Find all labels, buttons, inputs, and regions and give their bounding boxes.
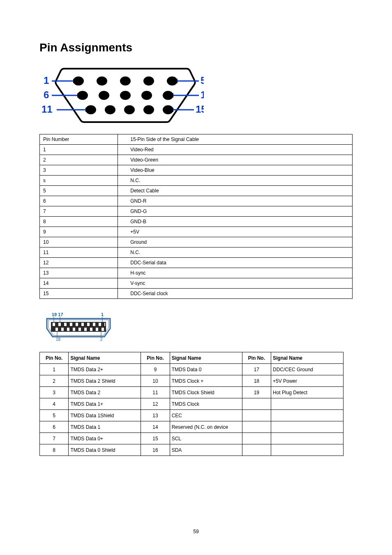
svg-rect-39 — [61, 328, 64, 331]
table-row: 2TMDS Data 2 Shield10TMDS Clock +18+5V P… — [40, 375, 344, 387]
table-row: 1TMDS Data 2+9TMDS Data 017DDC/CEC Groun… — [40, 364, 344, 375]
pin-cell: 14 — [40, 278, 118, 289]
pin-cell: 6 — [40, 421, 69, 433]
signal-cell: V-sync — [118, 278, 353, 289]
signal-cell: SDA — [170, 444, 242, 456]
table-row: 14V-sync — [40, 278, 353, 289]
signal-cell: N.C. — [118, 176, 353, 186]
table-row: 13H-sync — [40, 268, 353, 278]
svg-rect-35 — [93, 323, 95, 326]
pin-cell — [242, 410, 271, 421]
signal-cell: TMDS Data 1Shield — [69, 410, 141, 421]
table-row: 7TMDS Data 0+15SCL — [40, 433, 344, 444]
signal-cell: GND-B — [118, 217, 353, 227]
pin-cell: 1 — [40, 364, 69, 375]
signal-cell: GND-G — [118, 206, 353, 217]
pin-cell — [242, 433, 271, 444]
svg-point-2 — [97, 76, 107, 86]
hdmi-label-bottomleft: 18 — [56, 337, 61, 342]
table-row: 3Video-Blue — [40, 165, 353, 176]
table-header: Pin No. — [242, 352, 271, 364]
svg-rect-46 — [101, 328, 104, 331]
svg-rect-44 — [90, 328, 92, 331]
pin-cell: 11 — [40, 247, 118, 258]
signal-cell — [271, 444, 344, 456]
pin-cell: 13 — [141, 410, 170, 421]
vga-label-10: 10 — [201, 89, 204, 100]
pin-cell — [242, 444, 271, 456]
hdmi-pin-table: Pin No. Signal Name Pin No. Signal Name … — [39, 352, 344, 456]
table-row: 10Ground — [40, 237, 353, 247]
pin-cell: 3 — [40, 387, 69, 398]
signal-cell: H-sync — [118, 268, 353, 278]
table-header-signal: 15-Pin Side of the Signal Cable — [118, 134, 353, 145]
table-row: 6GND-R — [40, 196, 353, 206]
table-row: Pin Number 15-Pin Side of the Signal Cab… — [40, 134, 353, 145]
pin-cell: 10 — [40, 237, 118, 247]
svg-rect-31 — [70, 323, 72, 326]
table-row: 7GND-G — [40, 206, 353, 217]
svg-rect-28 — [53, 323, 55, 326]
signal-cell: TMDS Clock — [170, 398, 242, 410]
pin-cell: 10 — [141, 375, 170, 387]
hdmi-label-bottomright: 2 — [100, 337, 103, 342]
svg-rect-8 — [77, 93, 81, 97]
table-row: 11N.C. — [40, 247, 353, 258]
signal-cell: DDC-Serial data — [118, 258, 353, 268]
svg-rect-42 — [78, 328, 81, 331]
svg-rect-32 — [76, 323, 78, 326]
vga-label-11: 11 — [42, 104, 53, 115]
pin-cell: 17 — [242, 364, 271, 375]
table-row: 8GND-B — [40, 217, 353, 227]
signal-cell: GND-R — [118, 196, 353, 206]
signal-cell: TMDS Data 2 — [69, 387, 141, 398]
pin-cell — [242, 421, 271, 433]
svg-point-3 — [120, 76, 131, 86]
svg-point-18 — [143, 105, 154, 114]
signal-cell: TMDS Clock + — [170, 375, 242, 387]
table-row: 2Video-Green — [40, 155, 353, 165]
page-number: 59 — [0, 529, 392, 534]
table-row: 6TMDS Data 114Reserved (N.C. on device — [40, 421, 344, 433]
signal-cell: +5V — [118, 227, 353, 237]
svg-rect-33 — [81, 323, 84, 326]
pin-cell: 19 — [242, 387, 271, 398]
table-row: 8TMDS Data 0 Shield16SDA — [40, 444, 344, 456]
vga-label-15: 15 — [196, 104, 204, 115]
svg-rect-29 — [58, 323, 61, 326]
svg-rect-36 — [99, 323, 101, 326]
svg-rect-13 — [170, 93, 173, 97]
svg-rect-6 — [174, 79, 178, 83]
signal-cell: TMDS Data 2 Shield — [69, 375, 141, 387]
svg-rect-15 — [85, 108, 89, 112]
table-row: 4TMDS Data 1+12TMDS Clock — [40, 398, 344, 410]
pin-cell: 15 — [40, 289, 118, 299]
table-row: 5TMDS Data 1Shield13CEC — [40, 410, 344, 421]
signal-cell: TMDS Data 2+ — [69, 364, 141, 375]
signal-cell: TMDS Clock Shield — [170, 387, 242, 398]
signal-cell: Hot Plug Detect — [271, 387, 344, 398]
vga-connector-diagram: 1 6 11 5 10 15 — [39, 62, 353, 126]
signal-cell: Video-Red — [118, 145, 353, 155]
signal-cell: Ground — [118, 237, 353, 247]
signal-cell: DDC-Serial clock — [118, 289, 353, 299]
table-header: Signal Name — [271, 352, 344, 364]
pin-cell: 13 — [40, 268, 118, 278]
svg-point-4 — [143, 76, 154, 86]
signal-cell: Video-Blue — [118, 165, 353, 176]
signal-cell: TMDS Data 0 — [170, 364, 242, 375]
signal-cell: Reserved (N.C. on device — [170, 421, 242, 433]
table-header: Signal Name — [69, 352, 141, 364]
svg-point-17 — [124, 105, 135, 114]
pin-cell: 6 — [40, 196, 118, 206]
svg-point-9 — [99, 91, 109, 100]
pin-cell: 8 — [40, 444, 69, 456]
pin-cell: 7 — [40, 433, 69, 444]
pin-cell: 5 — [40, 186, 118, 196]
signal-cell: TMDS Data 1 — [69, 421, 141, 433]
vga-pin-table: Pin Number 15-Pin Side of the Signal Cab… — [39, 134, 353, 299]
pin-cell: 14 — [141, 421, 170, 433]
signal-cell: N.C. — [118, 247, 353, 258]
svg-rect-43 — [84, 328, 87, 331]
svg-rect-41 — [73, 328, 75, 331]
